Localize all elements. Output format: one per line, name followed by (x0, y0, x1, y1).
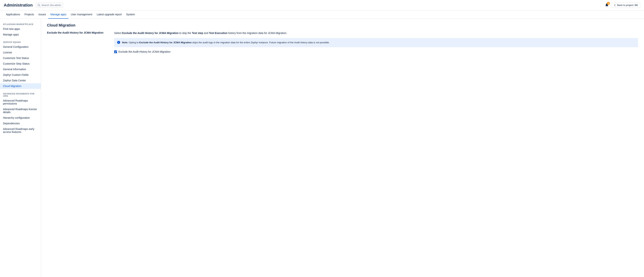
note-part1: : Opting to (128, 41, 139, 44)
nav-manage-apps[interactable]: Manage apps (48, 11, 69, 19)
main-content: Cloud Migration Exclude the Audit Histor… (41, 19, 644, 277)
desc-part3: and (203, 32, 209, 35)
back-button-label: Back to project: BB (617, 4, 638, 7)
description-text: Select Exclude the Audit History for JCM… (114, 31, 638, 35)
svg-rect-3 (118, 42, 119, 43)
header: Administration Search Jira admin 1 Back … (0, 0, 644, 11)
nav-system[interactable]: System (124, 11, 137, 19)
sidebar-item-customize-test-status[interactable]: Customize Test Status (0, 55, 41, 61)
top-nav: Applications Projects Issues Manage apps… (0, 11, 644, 19)
back-icon (614, 4, 616, 7)
sidebar-item-manage-apps[interactable]: Manage apps (0, 32, 41, 37)
nav-projects[interactable]: Projects (22, 11, 36, 19)
sidebar: Atlassian Marketplace Find new apps Mana… (0, 19, 41, 277)
checkbox-label: Exclude the Audit History for JCMA Migra… (118, 50, 170, 53)
sidebar-section-zephyr-squad: Zephyr Squad (0, 40, 41, 44)
page-title: Cloud Migration (47, 23, 638, 28)
sidebar-item-customize-step-status[interactable]: Customize Step Status (0, 61, 41, 67)
layout: Atlassian Marketplace Find new apps Mana… (0, 19, 644, 277)
nav-user-management[interactable]: User management (68, 11, 94, 19)
section-heading: Exclude the Audit History for JCMA Migra… (47, 31, 107, 34)
sidebar-item-advanced-roadmaps-early-access[interactable]: Advanced Roadmaps early access features (0, 126, 41, 135)
page-heading: Administration (4, 3, 33, 8)
header-left: Administration Search Jira admin (4, 3, 63, 8)
svg-rect-4 (118, 42, 119, 42)
search-placeholder: Search Jira admin (42, 4, 61, 7)
sidebar-item-zephyr-data-center[interactable]: Zephyr Data Center (0, 78, 41, 83)
desc-part2: to skip the (178, 32, 192, 35)
nav-applications[interactable]: Applications (4, 11, 22, 19)
sidebar-section-atlassian-marketplace: Atlassian Marketplace (0, 22, 41, 26)
content-section: Exclude the Audit History for JCMA Migra… (47, 31, 638, 53)
desc-part1: Select (114, 32, 122, 35)
note-label: Note (122, 41, 128, 44)
sidebar-section-advanced-roadmaps: Advanced Roadmaps for Jira (0, 91, 41, 98)
exclude-audit-checkbox[interactable] (114, 50, 117, 53)
note-part2: skips the audit logs in the migration da… (192, 41, 330, 44)
sidebar-item-advanced-roadmaps-license[interactable]: Advanced Roadmaps license details (0, 106, 41, 115)
back-to-project-button[interactable]: Back to project: BB (611, 3, 640, 8)
sidebar-item-zephyr-custom-fields[interactable]: Zephyr Custom Fields (0, 72, 41, 78)
notification-bell[interactable]: 1 (605, 3, 609, 8)
sidebar-item-general-configuration[interactable]: General Configuration (0, 44, 41, 50)
info-box: Note: Opting to Exclude the Audit Histor… (114, 38, 638, 47)
notification-badge: 1 (607, 2, 610, 5)
search-icon (38, 4, 40, 7)
sidebar-item-general-information[interactable]: General Information (0, 67, 41, 72)
info-icon (117, 41, 120, 45)
sidebar-item-find-new-apps[interactable]: Find new apps (0, 26, 41, 32)
desc-bold3: Test Execution (209, 32, 228, 35)
desc-bold1: Exclude the Audit History for JCMA Migra… (122, 32, 178, 35)
desc-part4: history from the migration data for JCMA… (228, 32, 287, 35)
sidebar-item-license[interactable]: License (0, 50, 41, 55)
nav-latest-upgrade-report[interactable]: Latest upgrade report (94, 11, 124, 19)
search-box[interactable]: Search Jira admin (36, 3, 63, 8)
sidebar-item-hierarchy-configuration[interactable]: Hierarchy configuration (0, 115, 41, 121)
nav-issues[interactable]: Issues (36, 11, 48, 19)
header-right: 1 Back to project: BB (605, 3, 640, 8)
checkbox-row[interactable]: Exclude the Audit History for JCMA Migra… (114, 50, 638, 53)
note-bold: Exclude the Audit History for JCMA Migra… (139, 41, 192, 44)
content-right: Select Exclude the Audit History for JCM… (114, 31, 638, 53)
desc-bold2: Test step (192, 32, 203, 35)
sidebar-item-advanced-roadmaps-permissions[interactable]: Advanced Roadmaps permissions (0, 98, 41, 106)
info-text: Note: Opting to Exclude the Audit Histor… (122, 41, 330, 45)
content-left: Exclude the Audit History for JCMA Migra… (47, 31, 107, 53)
sidebar-item-cloud-migration[interactable]: Cloud Migration (0, 83, 41, 89)
sidebar-item-dependencies[interactable]: Dependencies (0, 121, 41, 126)
svg-line-1 (39, 6, 40, 6)
